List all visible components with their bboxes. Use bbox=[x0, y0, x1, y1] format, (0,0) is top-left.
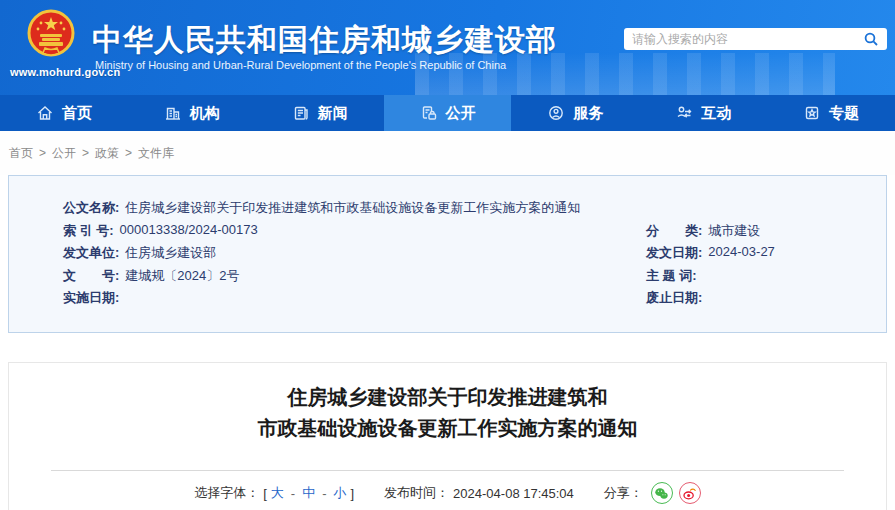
share-wechat-button[interactable] bbox=[651, 482, 673, 504]
category-value: 城市建设 bbox=[708, 222, 760, 240]
breadcrumb-current: 文件库 bbox=[138, 145, 174, 162]
doc-number-label: 文 号: bbox=[63, 267, 119, 285]
font-size-separator: - bbox=[319, 486, 329, 501]
font-size-separator: - bbox=[288, 486, 298, 501]
issuing-unit-value: 住房城乡建设部 bbox=[125, 244, 216, 262]
nav-label: 服务 bbox=[573, 104, 603, 123]
home-icon bbox=[36, 104, 54, 122]
publish-time-label: 发布时间： bbox=[384, 484, 449, 502]
search-input[interactable] bbox=[632, 32, 863, 46]
article-title: 住房城乡建设部关于印发推进建筑和 市政基础设施设备更新工作实施方案的通知 bbox=[9, 382, 886, 444]
site-title: 中华人民共和国住房和城乡建设部 bbox=[92, 20, 557, 61]
nav-label: 首页 bbox=[62, 104, 92, 123]
issue-date-label: 发文日期: bbox=[646, 244, 702, 262]
font-size-large-button[interactable]: 大 bbox=[271, 484, 284, 502]
meta-row: 发文单位: 住房城乡建设部 发文日期: 2024-03-27 bbox=[63, 242, 886, 265]
breadcrumb-disclosure[interactable]: 公开 bbox=[52, 145, 76, 162]
wechat-icon bbox=[654, 486, 669, 501]
article-card: 住房城乡建设部关于印发推进建筑和 市政基础设施设备更新工作实施方案的通知 选择字… bbox=[8, 362, 887, 510]
article-title-line2: 市政基础设施设备更新工作实施方案的通知 bbox=[9, 413, 886, 444]
nav-item-topics[interactable]: 专题 bbox=[767, 95, 895, 131]
nav-label: 新闻 bbox=[318, 104, 348, 123]
search-icon[interactable] bbox=[863, 31, 879, 47]
site-header: www.mohurd.gov.cn 中华人民共和国住房和城乡建设部 Minist… bbox=[0, 0, 895, 95]
breadcrumb-separator: > bbox=[82, 146, 89, 160]
meta-row: 实施日期: 废止日期: bbox=[63, 287, 886, 310]
weibo-icon bbox=[682, 486, 697, 501]
meta-row-doc-name: 公文名称: 住房城乡建设部关于印发推进建筑和市政基础设施设备更新工作实施方案的通… bbox=[63, 197, 886, 220]
service-person-icon bbox=[547, 104, 565, 122]
search-box[interactable] bbox=[624, 28, 887, 50]
breadcrumb: 首页 > 公开 > 政策 > 文件库 bbox=[0, 131, 895, 175]
meta-row: 索 引 号: 000013338/2024-00173 分 类: 城市建设 bbox=[63, 220, 886, 243]
doc-name-value: 住房城乡建设部关于印发推进建筑和市政基础设施设备更新工作实施方案的通知 bbox=[125, 199, 580, 217]
share-weibo-button[interactable] bbox=[679, 482, 701, 504]
index-number-value: 000013338/2024-00173 bbox=[120, 222, 258, 240]
nav-item-home[interactable]: 首页 bbox=[0, 95, 128, 131]
category-label: 分 类: bbox=[646, 222, 702, 240]
interaction-icon bbox=[675, 104, 693, 122]
nav-item-news[interactable]: 新闻 bbox=[256, 95, 384, 131]
nav-label: 互动 bbox=[701, 104, 731, 123]
font-size-label: 选择字体： bbox=[194, 484, 259, 502]
font-size-medium-button[interactable]: 中 bbox=[302, 484, 315, 502]
nav-item-interaction[interactable]: 互动 bbox=[639, 95, 767, 131]
article-meta-bar: 选择字体： [ 大 - 中 - 小 ] 发布时间： 2024-04-08 17:… bbox=[9, 482, 886, 504]
index-number-label: 索 引 号: bbox=[63, 222, 114, 240]
implementation-date-label: 实施日期: bbox=[63, 289, 119, 307]
title-divider bbox=[51, 470, 844, 471]
nav-label: 机构 bbox=[190, 104, 220, 123]
issuing-unit-label: 发文单位: bbox=[63, 244, 119, 262]
bracket-close: ] bbox=[350, 486, 354, 501]
breadcrumb-separator: > bbox=[39, 146, 46, 160]
doc-meta-card: 公文名称: 住房城乡建设部关于印发推进建筑和市政基础设施设备更新工作实施方案的通… bbox=[8, 175, 887, 333]
main-nav: 首页 机构 新闻 公开 服务 互 bbox=[0, 95, 895, 131]
bracket-open: [ bbox=[263, 486, 267, 501]
doc-name-label: 公文名称: bbox=[63, 199, 119, 217]
topics-star-icon bbox=[803, 104, 821, 122]
nav-item-services[interactable]: 服务 bbox=[511, 95, 639, 131]
abolition-date-label: 废止日期: bbox=[646, 289, 702, 307]
font-size-small-button[interactable]: 小 bbox=[333, 484, 346, 502]
share-icons bbox=[651, 482, 701, 504]
disclosure-lock-icon bbox=[420, 104, 438, 122]
nav-label: 专题 bbox=[829, 104, 859, 123]
nav-label: 公开 bbox=[446, 104, 476, 123]
article-title-line1: 住房城乡建设部关于印发推进建筑和 bbox=[9, 382, 886, 413]
meta-row: 文 号: 建城规〔2024〕2号 主 题 词: bbox=[63, 265, 886, 288]
publish-time-value: 2024-04-08 17:45:04 bbox=[453, 486, 574, 501]
subject-words-label: 主 题 词: bbox=[646, 267, 697, 285]
breadcrumb-separator: > bbox=[125, 146, 132, 160]
nav-item-organization[interactable]: 机构 bbox=[128, 95, 256, 131]
national-emblem-logo bbox=[27, 9, 75, 65]
site-subtitle: Ministry of Housing and Urban-Rural Deve… bbox=[95, 59, 506, 71]
doc-number-value: 建城规〔2024〕2号 bbox=[125, 267, 239, 285]
breadcrumb-home[interactable]: 首页 bbox=[9, 145, 33, 162]
breadcrumb-policy[interactable]: 政策 bbox=[95, 145, 119, 162]
organization-icon bbox=[164, 104, 182, 122]
news-icon bbox=[292, 104, 310, 122]
share-label: 分享： bbox=[604, 484, 643, 502]
nav-item-disclosure[interactable]: 公开 bbox=[384, 95, 512, 131]
issue-date-value: 2024-03-27 bbox=[708, 244, 775, 262]
